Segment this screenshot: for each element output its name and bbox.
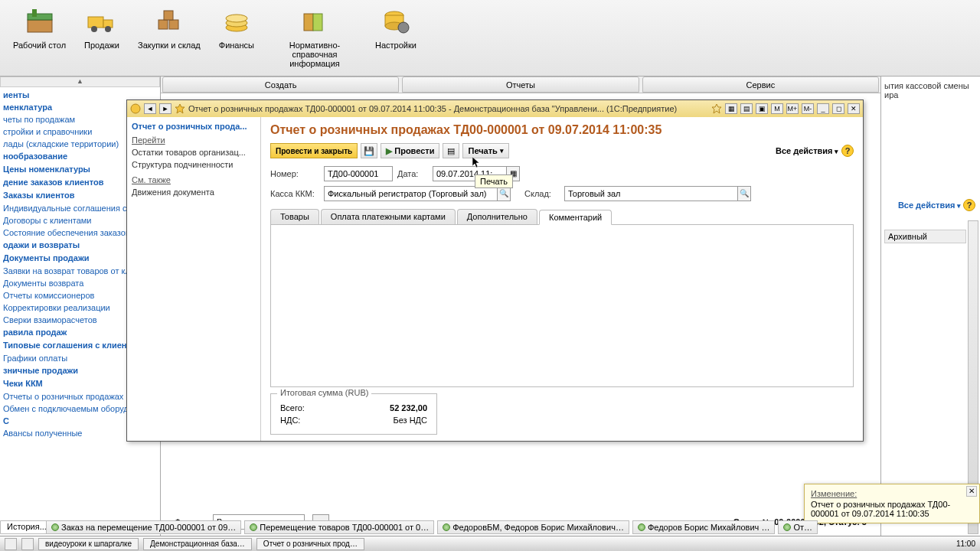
minimize-button[interactable]: _ — [817, 103, 829, 114]
number-label: Номер: — [270, 169, 319, 178]
database-gear-icon — [381, 6, 411, 37]
tb-m[interactable]: M — [771, 103, 783, 114]
archive-column-header[interactable]: Архивный — [884, 230, 966, 243]
print-button[interactable]: Печать — [462, 143, 508, 158]
post-and-close-button[interactable]: Провести и закрыть — [270, 143, 358, 158]
os-task-1[interactable]: видеоуроки к шпаргалке — [38, 538, 139, 550]
vat-label: НДС: — [280, 416, 300, 425]
all-actions-right[interactable]: Все действия ? — [898, 199, 975, 211]
nav-desktop[interactable]: Рабочий стол — [4, 0, 75, 76]
breadcrumb-item[interactable]: Перемещение товаров ТД00-000001 от 0… — [244, 520, 434, 534]
truck-icon — [87, 6, 117, 37]
nav-reference[interactable]: Нормативно-справочная информация — [263, 0, 366, 76]
forward-button[interactable]: ► — [159, 103, 172, 114]
breadcrumb-item[interactable]: Заказ на перемещение ТД00-000001 от 09… — [46, 520, 241, 534]
nav-settings[interactable]: Настройки — [366, 0, 426, 76]
tb-tool-3[interactable]: ▣ — [756, 103, 768, 114]
nav-link-balances[interactable]: Остатки товаров организац... — [132, 146, 256, 158]
app-icon — [130, 103, 141, 114]
svg-point-6 — [105, 26, 111, 32]
post-button[interactable]: ▶ Провести — [381, 143, 439, 158]
svg-rect-0 — [28, 20, 52, 32]
breadcrumb-item[interactable]: От… — [778, 520, 818, 534]
kkm-input[interactable] — [324, 186, 497, 201]
all-actions-button[interactable]: Все действия — [776, 146, 838, 155]
doc-heading: Отчет о розничных продажах ТД00-000001 о… — [270, 123, 854, 137]
svg-point-5 — [91, 26, 97, 32]
svg-marker-21 — [712, 104, 721, 113]
breadcrumb-item[interactable]: Федоров Борис Михайлович … — [632, 520, 775, 534]
window-title: Отчет о розничных продажах ТД00-000001 о… — [188, 104, 708, 113]
tab-extra[interactable]: Дополнительно — [457, 209, 537, 224]
notification-title: Изменение: — [811, 489, 973, 498]
svg-point-19 — [131, 104, 140, 113]
close-button[interactable]: ✕ — [848, 103, 860, 114]
os-task-3[interactable]: Отчет о розничных прод… — [256, 538, 364, 550]
totals-legend: Итоговая сумма (RUB) — [277, 388, 371, 397]
nav-finance[interactable]: Финансы — [210, 0, 263, 76]
form-icon: ▤ — [447, 146, 455, 155]
window-titlebar[interactable]: ◄ ► Отчет о розничных продажах ТД00-0000… — [127, 100, 863, 117]
warehouse-lookup-button[interactable]: 🔍 — [737, 186, 751, 201]
kkm-lookup-button[interactable]: 🔍 — [497, 186, 511, 201]
tab-reports[interactable]: Отчеты — [402, 77, 639, 93]
back-button[interactable]: ◄ — [144, 103, 156, 114]
help-icon[interactable]: ? — [963, 199, 975, 211]
breadcrumb-dot-icon — [783, 523, 791, 531]
nav-sales[interactable]: Продажи — [75, 0, 129, 76]
tab-service[interactable]: Сервис — [642, 77, 879, 93]
boxes-icon — [154, 6, 185, 37]
tb-tool-1[interactable]: ▦ — [725, 103, 737, 114]
svg-point-18 — [398, 22, 409, 33]
explorer-button[interactable] — [21, 538, 34, 550]
tb-mminus[interactable]: M- — [802, 103, 814, 114]
number-input[interactable] — [324, 166, 393, 181]
help-button[interactable]: ? — [841, 145, 854, 157]
notification-popup[interactable]: ✕ Изменение: Отчет о розничных продажах … — [804, 484, 980, 523]
nav-section-go: Перейти — [132, 135, 256, 145]
total-value: 52 232,00 — [390, 403, 427, 412]
notification-close-button[interactable]: ✕ — [966, 486, 977, 497]
maximize-button[interactable]: ◻ — [832, 103, 844, 114]
comment-textarea[interactable] — [270, 224, 854, 387]
nav-section-seealso: См. также — [132, 175, 256, 184]
right-text-1: ытия кассовой смены — [884, 81, 977, 90]
warehouse-input[interactable] — [564, 186, 737, 201]
tb-mplus[interactable]: M+ — [786, 103, 799, 114]
svg-rect-2 — [32, 9, 37, 17]
tab-cards[interactable]: Оплата платежными картами — [321, 209, 456, 224]
save-button[interactable]: 💾 — [361, 143, 377, 158]
breadcrumb-bar: Заказ на перемещение ТД00-000001 от 09…П… — [46, 520, 977, 534]
form-button[interactable]: ▤ — [443, 143, 459, 158]
svg-rect-13 — [304, 14, 313, 31]
start-button[interactable] — [5, 538, 17, 550]
svg-rect-9 — [164, 11, 173, 20]
svg-rect-8 — [169, 20, 178, 29]
breadcrumb-item[interactable]: ФедоровБМ, Федоров Борис Михайлович… — [437, 520, 629, 534]
post-icon: ▶ — [386, 144, 392, 158]
folders-icon — [299, 6, 330, 37]
os-clock: 11:00 — [956, 540, 975, 548]
tab-create[interactable]: Создать — [162, 77, 399, 93]
star-icon[interactable] — [175, 103, 185, 114]
os-task-2[interactable]: Демонстрационная база… — [143, 538, 252, 550]
vat-value: Без НДС — [393, 416, 427, 425]
nav-purchases[interactable]: Закупки и склад — [129, 0, 210, 76]
nav-link-movements[interactable]: Движения документа — [132, 186, 256, 198]
nav-link-structure[interactable]: Структура подчиненности — [132, 158, 256, 171]
total-label: Всего: — [280, 403, 305, 412]
favorite-icon[interactable] — [711, 103, 722, 114]
os-taskbar: видеоуроки к шпаргалке Демонстрационная … — [0, 536, 980, 551]
doc-nav-title: Отчет о розничных прода... — [132, 122, 256, 131]
tb-tool-2[interactable]: ▤ — [740, 103, 753, 114]
doc-tabs: Товары Оплата платежными картами Дополни… — [270, 209, 854, 224]
breadcrumb-dot-icon — [443, 523, 450, 531]
floppy-icon: 💾 — [364, 146, 374, 155]
svg-marker-20 — [175, 104, 185, 113]
coins-icon — [221, 6, 252, 37]
tab-goods[interactable]: Товары — [270, 209, 319, 224]
section-tabs: Создать Отчеты Сервис — [161, 77, 880, 93]
scroll-up-button[interactable]: ▲ — [0, 77, 160, 87]
document-window: ◄ ► Отчет о розничных продажах ТД00-0000… — [126, 99, 864, 442]
tab-comment[interactable]: Комментарий — [539, 210, 612, 225]
